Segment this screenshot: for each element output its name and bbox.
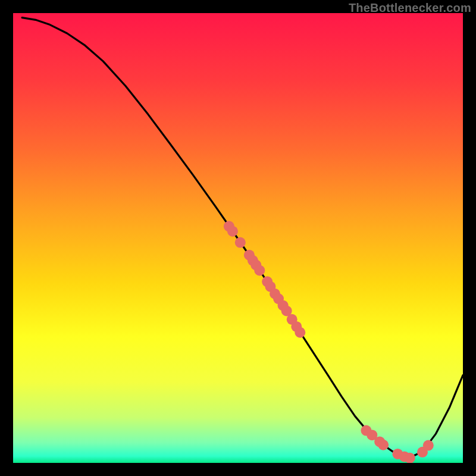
data-point: [423, 440, 434, 451]
data-point: [295, 327, 305, 338]
plot-area: [13, 13, 463, 463]
data-point: [378, 440, 389, 450]
data-point: [235, 237, 246, 248]
data-point: [227, 226, 238, 237]
chart-frame: TheBottlenecker.com: [0, 0, 476, 476]
attribution-text: TheBottlenecker.com: [349, 1, 471, 15]
data-point: [405, 453, 415, 463]
data-point: [254, 265, 265, 275]
chart-svg: [13, 13, 463, 463]
